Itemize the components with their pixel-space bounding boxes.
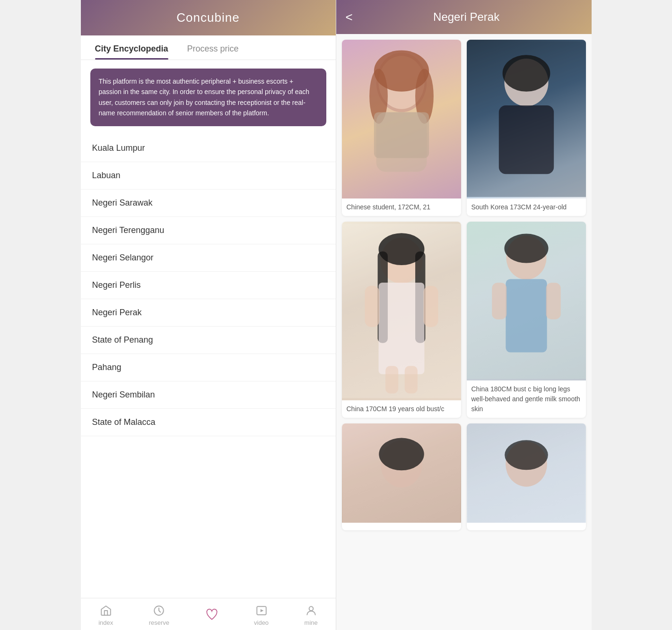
- svg-rect-29: [492, 283, 506, 319]
- heart-icon: [205, 608, 218, 621]
- profile-caption-5: [342, 523, 461, 530]
- profile-caption-6: [467, 523, 586, 530]
- app-title: Concubine: [90, 10, 326, 25]
- right-panel: < Negeri Perak: [336, 0, 592, 630]
- right-panel-title: Negeri Perak: [360, 10, 573, 24]
- profile-grid: Chinese student, 172CM, 21: [336, 34, 592, 630]
- grid-item-5[interactable]: [342, 423, 461, 530]
- list-item[interactable]: Negeri Perak: [81, 299, 336, 327]
- svg-rect-22: [423, 286, 438, 327]
- svg-rect-30: [546, 283, 560, 319]
- right-header: < Negeri Perak: [336, 0, 592, 34]
- grid-item-4[interactable]: China 180CM bust c big long legs well-be…: [467, 222, 586, 418]
- nav-reserve[interactable]: reserve: [149, 604, 169, 626]
- nav-heart[interactable]: [205, 608, 218, 623]
- svg-point-3: [309, 606, 313, 611]
- play-icon: [255, 604, 268, 617]
- tab-process-price[interactable]: Process price: [187, 44, 239, 60]
- svg-point-19: [378, 233, 424, 265]
- nav-mine[interactable]: mine: [305, 604, 318, 626]
- profile-caption-3: China 170CM 19 years old bust/c: [342, 400, 461, 418]
- grid-item-2[interactable]: South Korea 173CM 24-year-old: [467, 40, 586, 216]
- profile-photo-6: [467, 423, 586, 523]
- tabs-row: City Encyclopedia Process price: [81, 35, 336, 60]
- nav-index[interactable]: index: [98, 604, 113, 626]
- profile-caption-1: Chinese student, 172CM, 21: [342, 198, 461, 216]
- profile-photo-1: [342, 40, 461, 198]
- profile-photo-3: [342, 222, 461, 400]
- svg-rect-24: [404, 366, 417, 393]
- bottom-nav: index reserve: [81, 598, 336, 630]
- city-list: Kuala Lumpur Labuan Negeri Sarawak Neger…: [81, 135, 336, 598]
- list-item[interactable]: State of Malacca: [81, 409, 336, 436]
- profile-photo-4: [467, 222, 586, 380]
- list-item[interactable]: Pahang: [81, 354, 336, 381]
- left-header: Concubine: [81, 0, 336, 35]
- profile-caption-4: China 180CM bust c big long legs well-be…: [467, 380, 586, 418]
- list-item[interactable]: Negeri Sembilan: [81, 381, 336, 409]
- list-item[interactable]: Kuala Lumpur: [81, 135, 336, 162]
- grid-item-6[interactable]: [467, 423, 586, 530]
- app-container: Concubine City Encyclopedia Process pric…: [81, 0, 592, 630]
- home-icon: [99, 604, 113, 617]
- profile-photo-5: [342, 423, 461, 523]
- user-icon: [305, 604, 318, 617]
- svg-point-14: [502, 55, 550, 92]
- back-button[interactable]: <: [346, 11, 353, 23]
- tab-city-encyclopedia[interactable]: City Encyclopedia: [95, 44, 168, 60]
- svg-rect-23: [385, 366, 398, 393]
- svg-point-27: [504, 234, 548, 263]
- list-item[interactable]: Negeri Perlis: [81, 272, 336, 299]
- svg-marker-2: [260, 609, 263, 613]
- list-item[interactable]: Negeri Sarawak: [81, 190, 336, 217]
- info-box: This platform is the most authentic peri…: [90, 69, 326, 126]
- svg-rect-28: [506, 279, 547, 352]
- svg-rect-10: [374, 112, 428, 158]
- left-panel: Concubine City Encyclopedia Process pric…: [81, 0, 336, 630]
- list-item[interactable]: Negeri Selangor: [81, 244, 336, 272]
- clock-icon: [152, 604, 166, 617]
- list-item[interactable]: Negeri Terengganu: [81, 217, 336, 244]
- grid-item-3[interactable]: China 170CM 19 years old bust/c: [342, 222, 461, 418]
- svg-point-33: [379, 438, 424, 471]
- svg-rect-13: [498, 105, 553, 174]
- list-item[interactable]: State of Penang: [81, 327, 336, 354]
- svg-rect-21: [365, 286, 379, 327]
- nav-video[interactable]: video: [254, 604, 269, 626]
- svg-point-36: [505, 440, 548, 470]
- grid-item-1[interactable]: Chinese student, 172CM, 21: [342, 40, 461, 216]
- svg-rect-20: [378, 283, 424, 374]
- profile-photo-2: [467, 40, 586, 198]
- list-item[interactable]: Labuan: [81, 162, 336, 190]
- profile-caption-2: South Korea 173CM 24-year-old: [467, 198, 586, 216]
